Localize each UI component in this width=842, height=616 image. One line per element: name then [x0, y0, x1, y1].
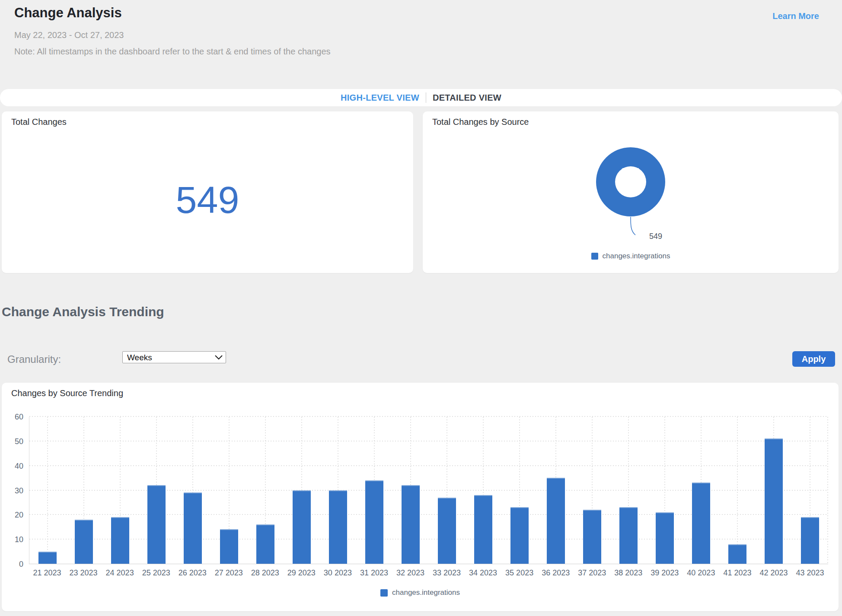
donut-slice-changes-integrations[interactable]	[596, 147, 665, 216]
x-axis-labels: 21 202323 202324 202325 202326 202327 20…	[29, 568, 828, 578]
bar-column-30-2023	[320, 417, 356, 564]
y-tick-label-10: 10	[2, 535, 23, 544]
bar-33-2023[interactable]	[438, 498, 456, 564]
donut-callout-line	[630, 216, 639, 236]
granularity-select-wrap: Weeks	[122, 351, 226, 363]
bar-28-2023[interactable]	[256, 524, 274, 564]
bar-column-38-2023	[610, 417, 647, 564]
changes-by-source-card: Total Changes by Source 100% 549 changes…	[423, 111, 839, 273]
bar-29-2023[interactable]	[293, 490, 311, 564]
trending-heading: Change Analysis Trending	[2, 305, 164, 319]
bar-column-36-2023	[538, 417, 574, 564]
x-gridline	[737, 417, 738, 564]
x-tick-label-33-2023: 33 2023	[429, 568, 465, 578]
granularity-select[interactable]: Weeks	[122, 351, 226, 363]
x-tick-label-34-2023: 34 2023	[465, 568, 501, 578]
donut-chart: 100% 549 changes.integrations	[423, 111, 839, 273]
bar-26-2023[interactable]	[184, 492, 202, 564]
y-tick-label-40: 40	[2, 462, 23, 471]
bar-legend-swatch[interactable]	[380, 589, 388, 597]
bar-30-2023[interactable]	[329, 490, 347, 564]
bar-21-2023[interactable]	[38, 552, 57, 564]
x-tick-label-37-2023: 37 2023	[574, 568, 610, 578]
bar-24-2023[interactable]	[111, 517, 129, 564]
tab-separator	[426, 92, 426, 103]
bar-27-2023[interactable]	[220, 529, 238, 564]
x-tick-label-27-2023: 27 2023	[210, 568, 247, 578]
apply-button[interactable]: Apply	[792, 351, 835, 367]
y-tick-label-50: 50	[2, 437, 23, 446]
bar-39-2023[interactable]	[656, 512, 674, 564]
x-tick-label-32-2023: 32 2023	[392, 568, 428, 578]
bar-column-24-2023	[102, 417, 138, 564]
x-tick-label-24-2023: 24 2023	[102, 568, 138, 578]
bar-37-2023[interactable]	[583, 510, 601, 564]
donut-legend-label[interactable]: changes.integrations	[603, 252, 670, 260]
total-changes-value: 549	[176, 178, 239, 222]
x-tick-label-26-2023: 26 2023	[174, 568, 210, 578]
bar-31-2023[interactable]	[365, 480, 383, 564]
bar-column-27-2023	[211, 417, 247, 564]
bar-column-23-2023	[66, 417, 102, 564]
bar-column-21-2023	[29, 417, 66, 564]
donut-legend: changes.integrations	[423, 252, 839, 260]
x-tick-label-43-2023: 43 2023	[792, 568, 828, 578]
x-tick-label-31-2023: 31 2023	[356, 568, 392, 578]
bar-23-2023[interactable]	[75, 520, 93, 564]
donut-percent-label: 100%	[423, 167, 839, 175]
x-tick-label-36-2023: 36 2023	[538, 568, 574, 578]
trending-chart-card: Changes by Source Trending 21 202323 202…	[2, 383, 839, 611]
page-header: Change Analysis May 22, 2023 - Oct 27, 2…	[14, 5, 331, 57]
bar-column-42-2023	[756, 417, 792, 564]
tab-detailed-view[interactable]: DETAILED VIEW	[433, 93, 501, 103]
date-range: May 22, 2023 - Oct 27, 2023	[14, 30, 331, 40]
x-tick-label-23-2023: 23 2023	[65, 568, 102, 578]
x-tick-label-25-2023: 25 2023	[138, 568, 174, 578]
x-gridline	[47, 417, 48, 564]
bar-column-29-2023	[284, 417, 320, 564]
x-tick-label-39-2023: 39 2023	[647, 568, 683, 578]
bar-chart: 21 202323 202324 202325 202326 202327 20…	[2, 383, 839, 611]
bar-41-2023[interactable]	[728, 544, 746, 564]
donut-callout-value: 549	[649, 232, 662, 241]
x-tick-label-42-2023: 42 2023	[756, 568, 792, 578]
x-tick-label-28-2023: 28 2023	[247, 568, 283, 578]
bar-column-37-2023	[574, 417, 610, 564]
bar-legend-label[interactable]: changes.integrations	[392, 588, 460, 597]
bar-43-2023[interactable]	[801, 517, 819, 564]
bar-column-26-2023	[175, 417, 211, 564]
x-tick-label-21-2023: 21 2023	[29, 568, 65, 578]
bar-column-32-2023	[392, 417, 429, 564]
bar-42-2023[interactable]	[765, 438, 783, 564]
x-tick-label-29-2023: 29 2023	[283, 568, 319, 578]
bar-column-28-2023	[247, 417, 284, 564]
bar-column-34-2023	[465, 417, 501, 564]
bar-column-31-2023	[356, 417, 392, 564]
y-tick-label-30: 30	[2, 486, 23, 495]
bar-38-2023[interactable]	[619, 507, 638, 564]
bar-plot-area	[29, 417, 828, 564]
bar-column-41-2023	[719, 417, 756, 564]
bar-36-2023[interactable]	[547, 478, 565, 564]
bar-40-2023[interactable]	[692, 483, 710, 564]
bar-34-2023[interactable]	[474, 495, 492, 564]
bar-column-25-2023	[138, 417, 175, 564]
y-tick-label-0: 0	[2, 560, 23, 569]
tab-high-level-view[interactable]: HIGH-LEVEL VIEW	[341, 93, 419, 103]
bar-32-2023[interactable]	[402, 485, 420, 564]
view-tabs: HIGH-LEVEL VIEW DETAILED VIEW	[0, 89, 842, 106]
total-changes-title: Total Changes	[11, 117, 67, 127]
bar-chart-legend: changes.integrations	[2, 588, 839, 597]
total-changes-card: Total Changes 549	[2, 111, 413, 273]
bar-column-40-2023	[683, 417, 719, 564]
bar-25-2023[interactable]	[147, 485, 166, 564]
page-title: Change Analysis	[14, 5, 331, 21]
bar-35-2023[interactable]	[510, 507, 529, 564]
x-tick-label-40-2023: 40 2023	[683, 568, 719, 578]
bar-column-35-2023	[501, 417, 538, 564]
timestamp-note: Note: All timestamps in the dashboard re…	[14, 47, 331, 57]
donut-legend-swatch[interactable]	[591, 253, 598, 260]
learn-more-link[interactable]: Learn More	[772, 11, 819, 21]
bar-column-33-2023	[429, 417, 465, 564]
x-tick-label-35-2023: 35 2023	[501, 568, 538, 578]
